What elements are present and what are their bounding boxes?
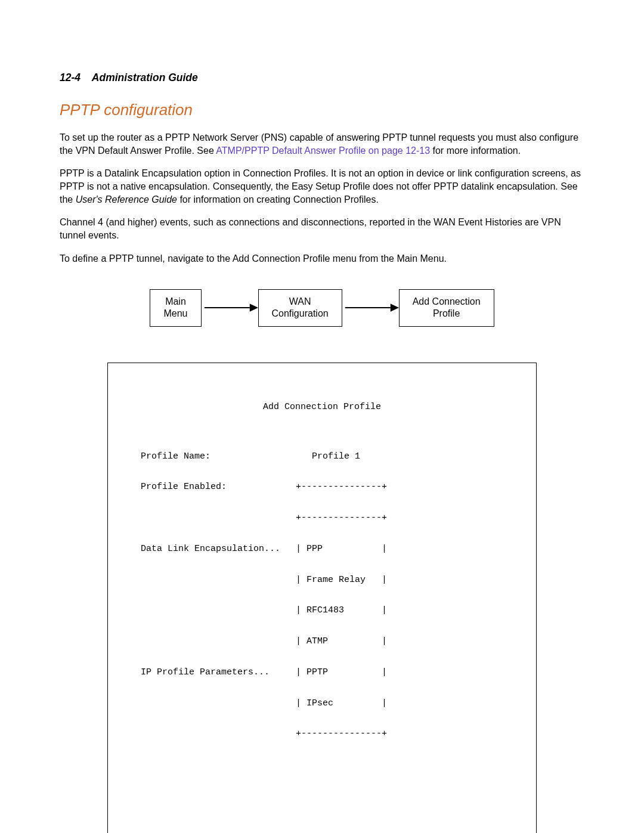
svg-marker-3: [390, 304, 398, 312]
document-page: 12-4 Administration Guide PPTP configura…: [60, 72, 584, 833]
profile-name-label: Profile Name:: [141, 451, 296, 462]
flow-box-add-connection-profile: Add Connection Profile: [399, 289, 494, 327]
screen-title: Add Connection Profile: [141, 402, 503, 412]
option-ppp[interactable]: | PPP |: [296, 544, 387, 554]
dropdown-border-top: +---------------+: [296, 482, 387, 492]
option-atmp[interactable]: | ATMP |: [296, 636, 387, 646]
flow-box-main-menu: Main Menu: [150, 289, 201, 327]
flow-box-wan-configuration: WAN Configuration: [258, 289, 342, 327]
dropdown-border-mid: +---------------+: [296, 513, 387, 523]
section-title: PPTP configuration: [60, 101, 584, 119]
profile-enabled-label: Profile Enabled:: [141, 482, 296, 492]
option-ipsec[interactable]: | IPsec |: [296, 698, 387, 708]
page-number: 12-4: [60, 72, 80, 83]
paragraph-2: PPTP is a Datalink Encapsulation option …: [60, 167, 584, 206]
arrow-right-icon: [342, 301, 399, 315]
page-header: 12-4 Administration Guide: [60, 72, 584, 84]
paragraph-4: To define a PPTP tunnel, navigate to the…: [60, 252, 584, 265]
svg-marker-1: [249, 304, 258, 312]
link-atmp-pptp[interactable]: ATMP/PPTP Default Answer Profile on page…: [216, 145, 430, 156]
book-reference: User's Reference Guide: [76, 194, 177, 205]
paragraph-1: To set up the router as a PPTP Network S…: [60, 131, 584, 157]
option-pptp[interactable]: | PPTP |: [296, 667, 387, 677]
profile-name-value: Profile 1: [296, 451, 360, 462]
data-link-encapsulation-label[interactable]: Data Link Encapsulation...: [141, 544, 296, 554]
navigation-flow-diagram: Main Menu WAN Configuration Add Connecti…: [60, 289, 584, 327]
paragraph-3: Channel 4 (and higher) events, such as c…: [60, 216, 584, 242]
option-frame-relay[interactable]: | Frame Relay |: [296, 575, 387, 585]
ip-profile-parameters-label[interactable]: IP Profile Parameters...: [141, 667, 296, 677]
dropdown-border-bottom: +---------------+: [296, 729, 387, 739]
terminal-screen: Add Connection Profile Profile Name: Pro…: [107, 363, 537, 833]
arrow-right-icon: [202, 301, 258, 315]
doc-title: Administration Guide: [92, 72, 198, 83]
option-rfc1483[interactable]: | RFC1483 |: [296, 605, 387, 615]
